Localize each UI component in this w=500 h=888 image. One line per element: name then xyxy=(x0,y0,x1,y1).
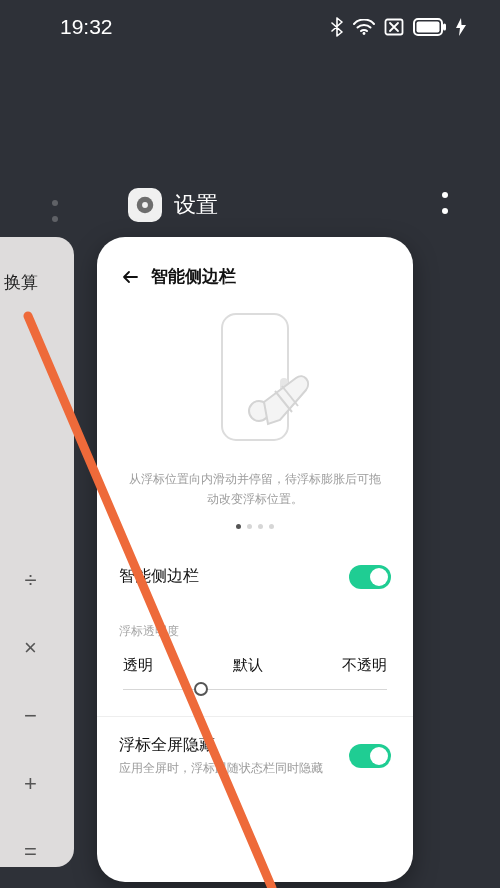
page-title: 智能侧边栏 xyxy=(151,265,236,288)
svg-point-0 xyxy=(363,32,366,35)
svg-rect-4 xyxy=(417,22,440,33)
smart-sidebar-label: 智能侧边栏 xyxy=(119,566,349,587)
illustration-caption: 从浮标位置向内滑动并停留，待浮标膨胀后可拖动改变浮标位置。 xyxy=(97,463,413,510)
status-bar: 19:32 xyxy=(0,0,500,54)
fullscreen-hide-row[interactable]: 浮标全屏隐藏 应用全屏时，浮标跟随状态栏同时隐藏 xyxy=(97,721,413,791)
opacity-option-opaque[interactable]: 不透明 xyxy=(342,656,387,675)
no-sim-icon xyxy=(384,18,404,36)
recents-card-menu-icon[interactable] xyxy=(442,192,448,214)
recents-card-prev[interactable]: 换算 ÷ × − + = xyxy=(0,237,74,867)
recents-prev-menu-icon[interactable] xyxy=(52,200,58,222)
sidebar-illustration xyxy=(160,308,350,463)
settings-app-icon xyxy=(128,188,162,222)
svg-rect-3 xyxy=(443,24,446,31)
prev-app-title: 换算 xyxy=(4,271,38,294)
opacity-option-default[interactable]: 默认 xyxy=(233,656,263,675)
fullscreen-hide-title: 浮标全屏隐藏 xyxy=(119,735,349,756)
battery-icon xyxy=(413,18,447,36)
op-equals: = xyxy=(24,839,37,865)
smart-sidebar-row[interactable]: 智能侧边栏 xyxy=(97,551,413,603)
back-button[interactable] xyxy=(119,266,141,288)
wifi-icon xyxy=(353,19,375,35)
opacity-options[interactable]: 透明 默认 不透明 xyxy=(97,644,413,675)
opacity-slider[interactable] xyxy=(97,675,413,690)
fullscreen-hide-subtitle: 应用全屏时，浮标跟随状态栏同时隐藏 xyxy=(119,760,349,777)
svg-point-6 xyxy=(142,202,148,208)
opacity-section-label: 浮标透明度 xyxy=(97,603,413,644)
status-icons xyxy=(330,17,466,37)
recents-card-main[interactable]: 智能侧边栏 从浮标位置向内滑动并停留，待浮标膨胀后可拖动改变浮标位置。 智能侧边… xyxy=(97,237,413,882)
status-clock: 19:32 xyxy=(60,15,330,39)
fullscreen-hide-toggle[interactable] xyxy=(349,744,391,768)
pager-dots[interactable] xyxy=(97,524,413,529)
calculator-operators: ÷ × − + = xyxy=(24,567,37,865)
charging-icon xyxy=(456,18,466,36)
op-minus: − xyxy=(24,703,37,729)
recents-app-header[interactable]: 设置 xyxy=(128,188,218,222)
op-plus: + xyxy=(24,771,37,797)
smart-sidebar-toggle[interactable] xyxy=(349,565,391,589)
op-divide: ÷ xyxy=(24,567,36,593)
recents-app-title: 设置 xyxy=(174,190,218,220)
op-multiply: × xyxy=(24,635,37,661)
opacity-option-transparent[interactable]: 透明 xyxy=(123,656,153,675)
bluetooth-icon xyxy=(330,17,344,37)
slider-thumb[interactable] xyxy=(194,682,208,696)
